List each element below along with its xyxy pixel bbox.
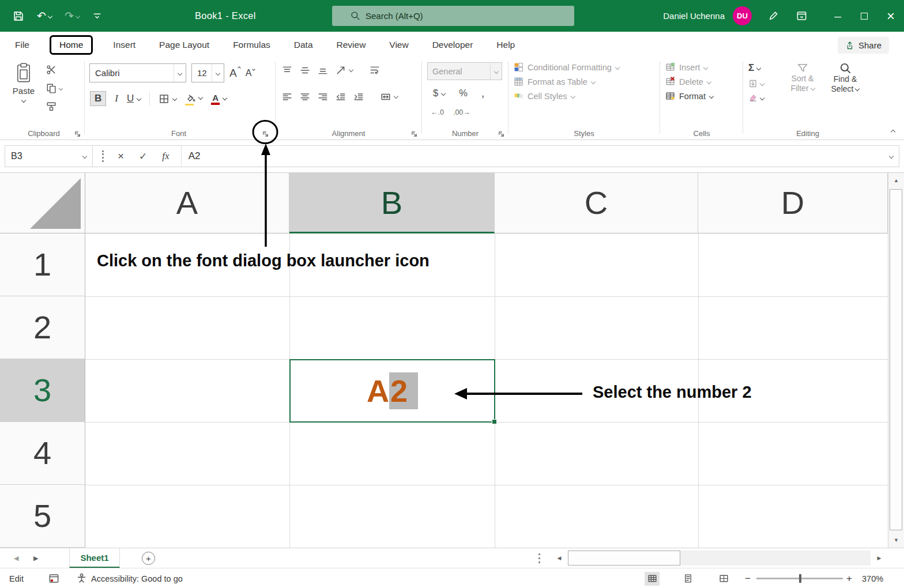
vscroll-down-icon[interactable]: ▼ xyxy=(888,533,904,548)
paste-button[interactable]: Paste xyxy=(7,62,40,102)
conditional-formatting-dropdown-icon[interactable] xyxy=(615,65,620,69)
underline-dropdown-icon[interactable] xyxy=(137,96,141,101)
increase-decimal-button[interactable]: ←.0 xyxy=(431,108,444,116)
increase-font-size-button[interactable]: A xyxy=(229,67,240,80)
user-name[interactable]: Daniel Uchenna xyxy=(663,11,725,21)
tab-formulas[interactable]: Formulas xyxy=(233,40,270,50)
name-box[interactable]: B3 xyxy=(5,146,93,167)
zoom-slider-thumb[interactable] xyxy=(799,574,801,583)
italic-button[interactable]: I xyxy=(115,93,118,104)
selected-character[interactable]: 2 xyxy=(389,372,418,409)
active-cell-b3[interactable]: A2 xyxy=(289,359,495,423)
merge-dropdown-icon[interactable] xyxy=(394,94,398,99)
vscroll-thumb[interactable] xyxy=(890,189,902,530)
search-box[interactable]: Search (Alt+Q) xyxy=(332,6,574,26)
fill-handle[interactable] xyxy=(492,419,497,424)
sheet-nav-prev-icon[interactable]: ◀ xyxy=(14,548,18,568)
decrease-decimal-button[interactable]: .00→ xyxy=(453,108,470,116)
decrease-indent-button[interactable] xyxy=(336,91,346,102)
format-cells-button[interactable]: Format xyxy=(665,91,713,101)
conditional-formatting-button[interactable]: Conditional Formatting xyxy=(514,62,619,72)
row-header-1[interactable]: 1 xyxy=(0,233,85,296)
format-dropdown-icon[interactable] xyxy=(709,93,714,98)
enter-button[interactable]: ✓ xyxy=(139,150,147,163)
autosum-dropdown-icon[interactable] xyxy=(756,66,761,70)
find-select-dropdown-icon[interactable] xyxy=(855,86,860,91)
hscroll-left-icon[interactable]: ◀ xyxy=(551,548,568,568)
underline-button[interactable]: U xyxy=(127,93,141,104)
tab-page-layout[interactable]: Page Layout xyxy=(159,40,209,50)
row-header-5[interactable]: 5 xyxy=(0,485,85,548)
accounting-format-button[interactable]: $ xyxy=(433,88,445,99)
cancel-button[interactable]: × xyxy=(118,150,124,163)
borders-button[interactable] xyxy=(159,93,176,104)
formula-bar-resize-handle[interactable] xyxy=(102,150,104,162)
accessibility-checker-button[interactable] xyxy=(76,568,87,588)
format-as-table-dropdown-icon[interactable] xyxy=(590,79,595,84)
undo-button[interactable]: ↶ xyxy=(37,10,52,21)
font-color-dropdown-icon[interactable] xyxy=(223,96,227,100)
cut-button[interactable] xyxy=(46,65,62,75)
clipboard-dialog-launcher[interactable] xyxy=(74,131,81,137)
redo-dropdown-icon[interactable] xyxy=(76,13,80,18)
ribbon-display-options-button[interactable] xyxy=(796,10,807,21)
fill-color-button[interactable] xyxy=(185,92,202,106)
zoom-out-button[interactable]: − xyxy=(745,568,751,588)
accounting-dropdown-icon[interactable] xyxy=(441,91,446,96)
minimize-button[interactable]: – xyxy=(824,0,851,32)
column-header-a[interactable]: A xyxy=(85,173,289,233)
fill-dropdown-icon[interactable] xyxy=(760,81,764,86)
bold-button[interactable]: B xyxy=(90,91,106,106)
macro-record-button[interactable] xyxy=(48,568,59,588)
comma-style-button[interactable]: , xyxy=(481,86,485,100)
formula-input[interactable]: A2 xyxy=(189,150,890,162)
decrease-font-size-button[interactable]: A xyxy=(246,68,255,78)
tab-splitter-handle[interactable] xyxy=(538,553,540,563)
close-button[interactable]: × xyxy=(877,0,904,32)
vscroll-up-icon[interactable]: ▲ xyxy=(888,173,904,188)
column-header-d[interactable]: D xyxy=(698,173,888,233)
column-header-b[interactable]: B xyxy=(289,173,495,233)
delete-dropdown-icon[interactable] xyxy=(707,79,711,84)
horizontal-scrollbar[interactable] xyxy=(568,551,871,566)
share-button[interactable]: Share xyxy=(838,37,889,54)
autosum-button[interactable]: Σ xyxy=(748,62,764,74)
undo-dropdown-icon[interactable] xyxy=(48,13,52,18)
copy-dropdown-icon[interactable] xyxy=(59,86,63,90)
insert-dropdown-icon[interactable] xyxy=(703,65,708,69)
alignment-dialog-launcher[interactable] xyxy=(411,131,417,137)
save-button[interactable] xyxy=(13,10,24,22)
hscroll-right-icon[interactable]: ▶ xyxy=(871,548,888,568)
number-format-select[interactable]: General xyxy=(427,62,502,80)
cell-styles-dropdown-icon[interactable] xyxy=(570,93,575,98)
tab-home[interactable]: Home xyxy=(50,35,93,55)
paste-dropdown-icon[interactable] xyxy=(21,98,26,103)
row-header-4[interactable]: 4 xyxy=(0,422,85,485)
number-format-dropdown-icon[interactable] xyxy=(490,63,502,80)
avatar[interactable]: DU xyxy=(733,6,752,25)
clear-button[interactable] xyxy=(748,93,764,103)
format-as-table-button[interactable]: Format as Table xyxy=(514,77,619,86)
borders-dropdown-icon[interactable] xyxy=(172,96,177,101)
expand-formula-bar-icon[interactable] xyxy=(890,151,893,161)
sheet-nav-next-icon[interactable]: ▶ xyxy=(33,548,38,568)
new-sheet-button[interactable]: + xyxy=(142,552,155,565)
pen-button[interactable] xyxy=(768,10,779,21)
copy-button[interactable] xyxy=(46,83,62,93)
tab-file[interactable]: File xyxy=(15,40,29,50)
tab-data[interactable]: Data xyxy=(294,40,313,50)
hscroll-thumb[interactable] xyxy=(568,551,680,566)
font-size-dropdown-icon[interactable] xyxy=(212,64,224,82)
page-layout-view-button[interactable] xyxy=(680,568,695,588)
font-size-select[interactable]: 12 xyxy=(191,63,224,82)
sort-filter-dropdown-icon[interactable] xyxy=(810,86,815,91)
align-right-button[interactable] xyxy=(318,91,328,102)
column-header-c[interactable]: C xyxy=(495,173,698,233)
align-center-button[interactable] xyxy=(300,91,310,102)
orientation-button[interactable] xyxy=(336,65,353,76)
font-color-button[interactable]: A xyxy=(211,92,227,105)
tab-developer[interactable]: Developer xyxy=(432,40,473,50)
tab-insert[interactable]: Insert xyxy=(113,40,135,50)
fill-color-dropdown-icon[interactable] xyxy=(198,95,203,100)
fill-button[interactable] xyxy=(748,79,764,88)
